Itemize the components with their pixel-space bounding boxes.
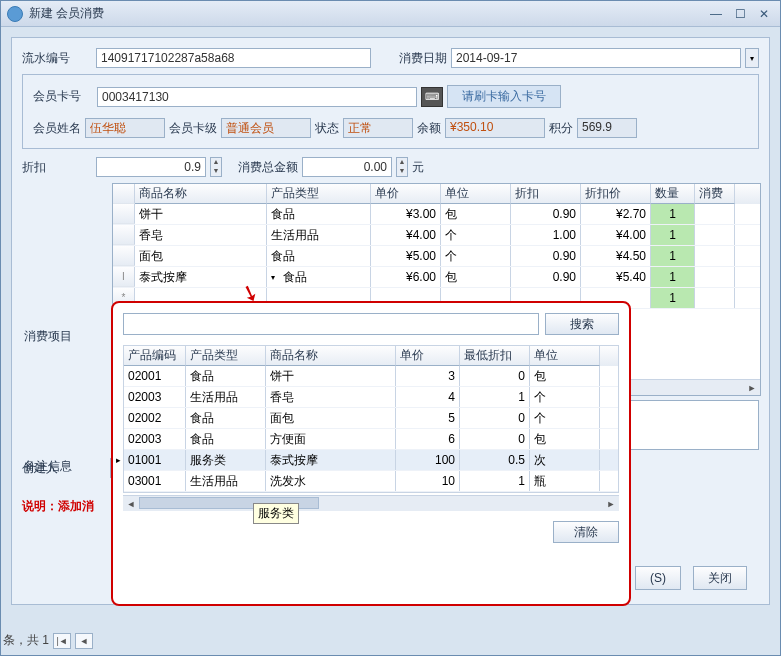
maximize-button[interactable]: ☐	[730, 7, 750, 21]
app-window: 新建 会员消费 — ☐ ✕ 流水编号 消费日期 ▾ 会员卡号 ⌨ 请刷卡输入卡号…	[0, 0, 781, 656]
col-qty[interactable]: 数量	[651, 184, 695, 204]
titlebar: 新建 会员消费 — ☐ ✕	[1, 1, 780, 27]
label-remark: 备注信息	[24, 458, 72, 475]
discount-spinner[interactable]: ▲▼	[210, 157, 222, 177]
label-card-no: 会员卡号	[33, 88, 93, 105]
col-type[interactable]: 产品类型	[267, 184, 371, 204]
balance-value: ¥350.10	[445, 118, 545, 138]
pager-text: 条，共 1	[3, 632, 49, 649]
col-unit[interactable]: 单位	[441, 184, 511, 204]
new-row-qty[interactable]: 1	[651, 288, 695, 308]
picker-search-button[interactable]: 搜索	[545, 313, 619, 335]
picker-row[interactable]: 03001生活用品洗发水101瓶	[124, 471, 618, 492]
pcol-code[interactable]: 产品编码	[124, 346, 186, 366]
picker-row[interactable]: 02003食品方便面60包	[124, 429, 618, 450]
picker-row[interactable]: 02001食品饼干30包	[124, 366, 618, 387]
picker-grid: 产品编码 产品类型 商品名称 单价 最低折扣 单位 02001食品饼干30包02…	[123, 345, 619, 493]
save-button[interactable]: (S)	[635, 566, 681, 590]
label-consume-items: 消费项目	[24, 328, 72, 345]
cart-grid-header: 商品名称 产品类型 单价 单位 折扣 折扣价 数量 消费	[113, 184, 760, 204]
product-picker-popup: 搜索 产品编码 产品类型 商品名称 单价 最低折扣 单位 02001食品饼干30…	[111, 301, 631, 606]
cart-row[interactable]: 饼干食品¥3.00包0.90¥2.701	[113, 204, 760, 225]
label-card-level: 会员卡级	[169, 120, 217, 137]
total-spinner[interactable]: ▲▼	[396, 157, 408, 177]
picker-search-input[interactable]	[123, 313, 539, 335]
keypad-icon[interactable]: ⌨	[421, 87, 443, 107]
window-title: 新建 会员消费	[29, 5, 702, 22]
status-value: 正常	[343, 118, 413, 138]
label-balance: 余额	[417, 120, 441, 137]
picker-row[interactable]: 02002食品面包50个	[124, 408, 618, 429]
pcol-price[interactable]: 单价	[396, 346, 460, 366]
label-member-name: 会员姓名	[33, 120, 81, 137]
pager: 条，共 1 |◄ ◄	[1, 632, 93, 649]
cart-row[interactable]: 面包食品¥5.00个0.90¥4.501	[113, 246, 760, 267]
card-level-value: 普通会员	[221, 118, 311, 138]
label-consume-date: 消费日期	[399, 50, 447, 67]
points-value: 569.9	[577, 118, 637, 138]
serial-no-field[interactable]	[96, 48, 371, 68]
close-window-button[interactable]: ✕	[754, 7, 774, 21]
discount-field[interactable]	[96, 157, 206, 177]
label-total: 消费总金额	[238, 159, 298, 176]
pcol-type[interactable]: 产品类型	[186, 346, 266, 366]
col-name[interactable]: 商品名称	[135, 184, 267, 204]
app-icon	[7, 6, 23, 22]
picker-hscroll[interactable]: ◄►	[123, 495, 619, 511]
cart-row[interactable]: 香皂生活用品¥4.00个1.00¥4.001	[113, 225, 760, 246]
label-yuan: 元	[412, 159, 424, 176]
total-field[interactable]	[302, 157, 392, 177]
close-button[interactable]: 关闭	[693, 566, 747, 590]
member-name-value: 伍华聪	[85, 118, 165, 138]
date-dropdown-icon[interactable]: ▾	[745, 48, 759, 68]
pcol-mind[interactable]: 最低折扣	[460, 346, 530, 366]
consume-date-field[interactable]	[451, 48, 741, 68]
cart-row[interactable]: I泰式按摩▾食品¥6.00包0.90¥5.401	[113, 267, 760, 288]
pager-prev[interactable]: ◄	[75, 633, 93, 649]
tooltip: 服务类	[253, 503, 299, 524]
label-serial-no: 流水编号	[22, 50, 92, 67]
card-no-field[interactable]	[97, 87, 417, 107]
member-info-group: 会员卡号 ⌨ 请刷卡输入卡号 会员姓名 伍华聪 会员卡级 普通会员 状态 正常 …	[22, 74, 759, 149]
col-price[interactable]: 单价	[371, 184, 441, 204]
label-points: 积分	[549, 120, 573, 137]
label-status: 状态	[315, 120, 339, 137]
col-disc[interactable]: 折扣	[511, 184, 581, 204]
pager-first[interactable]: |◄	[53, 633, 71, 649]
picker-row[interactable]: ▸01001服务类泰式按摩1000.5次	[124, 450, 618, 471]
pcol-name[interactable]: 商品名称	[266, 346, 396, 366]
col-consume[interactable]: 消费	[695, 184, 735, 204]
pcol-unit[interactable]: 单位	[530, 346, 600, 366]
col-dprice[interactable]: 折扣价	[581, 184, 651, 204]
minimize-button[interactable]: —	[706, 7, 726, 21]
label-discount: 折扣	[22, 159, 92, 176]
swipe-hint: 请刷卡输入卡号	[447, 85, 561, 108]
picker-clear-button[interactable]: 清除	[553, 521, 619, 543]
picker-row[interactable]: 02003生活用品香皂41个	[124, 387, 618, 408]
